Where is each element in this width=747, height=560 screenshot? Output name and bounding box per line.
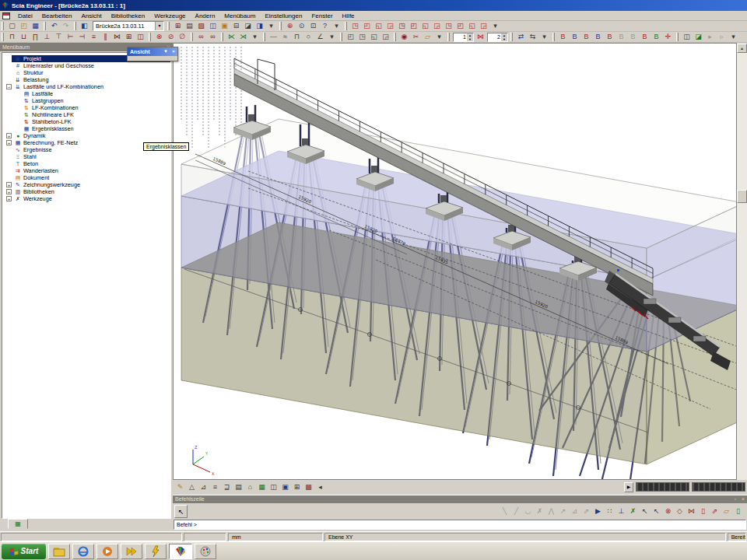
triangle-icon[interactable]: △ [186, 482, 198, 492]
curve-icon[interactable]: ≈ [279, 32, 291, 42]
grid-icon[interactable]: ▤ [233, 482, 244, 492]
dropdown-caret-icon[interactable]: ▾ [265, 21, 277, 31]
gallery-icon[interactable]: ▨ [195, 21, 207, 31]
tree-expand-box[interactable] [6, 154, 12, 159]
tree-expand-box[interactable] [6, 56, 12, 61]
select-add-icon[interactable]: ↖ [651, 506, 662, 516]
window-icon[interactable]: ⊞ [291, 482, 303, 492]
load-panel-icon[interactable]: ◰ [408, 21, 419, 31]
toolbar-grip[interactable] [279, 22, 282, 30]
select-icon[interactable]: ↖ [639, 506, 651, 516]
region-icon[interactable]: ◱ [368, 32, 380, 42]
toolbar-grip[interactable] [345, 22, 347, 30]
arc-snap-icon[interactable]: ◡ [522, 506, 534, 516]
tree-item[interactable]: ⇉Wanderlasten [2, 167, 170, 174]
table-icon[interactable]: ⊟ [230, 21, 242, 31]
scrollbar-thumb[interactable] [737, 190, 747, 203]
result-b-icon[interactable]: B [604, 32, 615, 42]
toolbar-grip[interactable] [676, 33, 679, 41]
arrow-snap-icon[interactable]: ⇗ [580, 506, 592, 516]
toolbar-grip[interactable] [191, 33, 193, 41]
tree-expand-box[interactable] [15, 126, 20, 131]
result-b-icon[interactable]: B [627, 32, 639, 42]
circle-icon[interactable]: ○ [303, 32, 314, 42]
tree-item[interactable]: ▤Lastfälle [2, 90, 170, 97]
zoom-doc-icon[interactable]: ⊙ [296, 21, 307, 31]
info-icon[interactable]: ? [319, 21, 331, 31]
close-icon[interactable]: × [170, 47, 177, 56]
member-icon[interactable]: ⊢ [65, 32, 76, 42]
tree-item[interactable]: #Linienraster und Geschosse [2, 62, 170, 69]
midpoint-snap-icon[interactable]: ⊗ [662, 506, 674, 516]
result-b-icon[interactable]: B [639, 32, 651, 42]
scroll-left-icon[interactable]: ◂ [314, 482, 326, 492]
toggle-snap-icon[interactable]: ✗ [627, 506, 639, 516]
toolbar-grip[interactable] [74, 22, 76, 30]
scroll-right-icon[interactable]: ▶ [624, 482, 633, 492]
scia-engineer-task-button[interactable] [169, 544, 192, 559]
mesh-icon[interactable]: ▦ [256, 482, 268, 492]
load-panel-icon[interactable]: ◳ [443, 21, 454, 31]
tangent-snap-icon[interactable]: ⇗ [709, 506, 721, 516]
tree-expand-box[interactable] [6, 147, 12, 152]
folder-shortcut-button[interactable] [48, 544, 70, 559]
menu-item[interactable]: Einstellungen [260, 11, 307, 21]
align-icon[interactable]: ⊒ [221, 482, 233, 492]
menu-item[interactable]: Hilfe [338, 11, 359, 21]
messenger-shortcut-button[interactable] [121, 544, 142, 559]
tree-item[interactable]: + ✗Werkzeuge [2, 195, 170, 202]
tree-item[interactable]: − ⇊Lastfälle und LF-Kombinationen [2, 83, 170, 90]
toolbar-grip[interactable] [447, 33, 450, 41]
toolbar-grip[interactable] [552, 33, 555, 41]
member-column-icon[interactable]: ⊓ [6, 32, 18, 42]
close-icon[interactable]: × [739, 495, 747, 503]
edit-icon[interactable]: ✎ [174, 482, 186, 492]
toolbar-grip[interactable] [149, 33, 151, 41]
disconnect-icon[interactable]: ⋊ [237, 32, 249, 42]
tree-item[interactable]: ⇅Stahlbeton-LFK [2, 118, 170, 125]
tree-item[interactable]: + ✎Zeichnungswerkzeuge [2, 181, 170, 188]
region-icon[interactable]: ◰ [345, 32, 356, 42]
toolbar-grip[interactable] [44, 22, 46, 30]
menu-item[interactable]: Menübaum [219, 11, 260, 21]
cursor-mode-icon[interactable]: ▶ [592, 506, 604, 516]
layers-icon[interactable]: ◪ [242, 21, 254, 31]
load-panel-icon[interactable]: ◱ [466, 21, 478, 31]
tree-expand-box[interactable]: + [6, 140, 12, 145]
line-snap-icon[interactable]: ╱ [510, 506, 522, 516]
play-icon[interactable]: ▸ [704, 32, 716, 42]
angle-icon[interactable]: ∠ [314, 32, 326, 42]
line-snap-icon[interactable]: ╲ [499, 506, 510, 516]
endpoint-snap-icon[interactable]: ◇ [674, 506, 686, 516]
results-display-icon[interactable]: ▩ [303, 482, 314, 492]
connect-icon[interactable]: ⋉ [226, 32, 237, 42]
tree-item[interactable]: ⇅LF-Kombinationen [2, 104, 170, 111]
ortho-icon[interactable]: ⊥ [615, 506, 627, 516]
line-icon[interactable]: — [268, 32, 279, 42]
winamp-shortcut-button[interactable] [145, 544, 167, 559]
tree-item[interactable]: + ▥Bibliotheken [2, 188, 170, 195]
grid-snap-icon[interactable]: ∷ [604, 506, 615, 516]
layers-list-icon[interactable]: ≡ [209, 482, 221, 492]
vertical-scrollbar[interactable]: ▲ [737, 44, 747, 480]
menu-item[interactable]: Bibliotheken [107, 11, 150, 21]
palette-header[interactable]: Ansicht ▼× [128, 47, 177, 56]
member-column-icon[interactable]: ⊔ [18, 32, 30, 42]
tree-item[interactable]: ⌂Struktur [2, 69, 170, 76]
dropdown-caret-icon[interactable]: ▾ [489, 21, 501, 31]
open-icon[interactable]: ◰ [18, 21, 30, 31]
toolbar-grip[interactable] [263, 33, 265, 41]
cursor-tool-button[interactable]: ↖ [174, 505, 188, 518]
activity-spinner-2[interactable]: 2▲▼ [487, 33, 508, 42]
redo-icon[interactable]: ↷ [60, 21, 72, 31]
dropdown-caret-icon[interactable]: ▾ [326, 32, 338, 42]
load-panel-icon[interactable]: ◱ [373, 21, 384, 31]
mdi-document-icon[interactable] [2, 12, 10, 19]
active-window-icon[interactable]: ◧ [79, 21, 90, 31]
triangle-snap-icon[interactable]: ⊿ [569, 506, 580, 516]
column-icon[interactable]: ∏ [30, 32, 41, 42]
result-b-icon[interactable]: B [569, 32, 580, 42]
tree-expand-box[interactable] [15, 119, 20, 124]
load-panel-icon[interactable]: ◲ [384, 21, 396, 31]
dropdown-caret-icon[interactable]: ▾ [433, 32, 445, 42]
